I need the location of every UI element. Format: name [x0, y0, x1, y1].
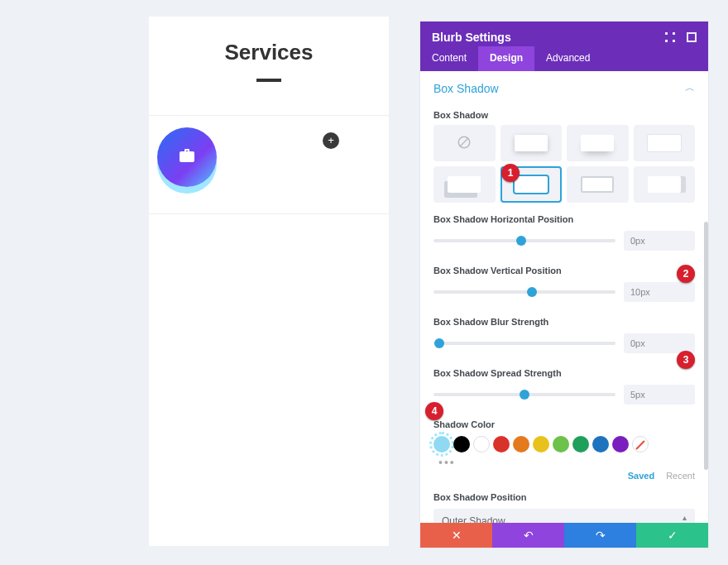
page-title: Services	[149, 40, 389, 65]
panel-title: Blurb Settings	[432, 31, 511, 44]
annotation-badge-4: 4	[425, 402, 443, 420]
spread-slider[interactable]	[433, 393, 615, 396]
undo-icon: ↶	[524, 529, 534, 542]
blur-slider[interactable]	[433, 342, 615, 345]
panel-footer: ✕ ↶ ↷ ✓	[420, 523, 708, 548]
annotation-badge-3: 3	[677, 351, 695, 369]
preset-4[interactable]	[433, 166, 496, 203]
add-module-button[interactable]: +	[323, 132, 339, 149]
panel-header: Blurb Settings Content Design Advanced	[420, 22, 708, 71]
tab-bar: Content Design Advanced	[420, 46, 708, 71]
blurb-icon-circle	[157, 127, 217, 187]
swatch-green[interactable]	[553, 436, 569, 452]
panel-body: Box Shadow ︿ Box Shadow Box Shadow Horiz…	[420, 71, 708, 523]
save-button[interactable]: ✓	[636, 523, 708, 548]
box-shadow-position-select[interactable]: Outer Shadow ▴▾	[433, 509, 695, 523]
h-pos-value[interactable]: 0px	[624, 231, 695, 251]
spread-value[interactable]: 5px	[624, 385, 695, 405]
h-pos-slider[interactable]	[433, 239, 615, 242]
v-pos-label: Box Shadow Vertical Position	[420, 261, 708, 280]
close-icon: ✕	[452, 529, 462, 542]
v-pos-slider[interactable]	[433, 290, 615, 294]
redo-button[interactable]: ↷	[564, 523, 636, 548]
undo-button[interactable]: ↶	[492, 523, 564, 548]
shadow-color-label: Shadow Color	[420, 414, 708, 434]
preset-1[interactable]	[500, 125, 563, 161]
settings-panel: Blurb Settings Content Design Advanced B…	[420, 22, 708, 548]
swatch-red[interactable]	[493, 436, 510, 452]
swatch-white[interactable]	[473, 436, 490, 452]
swatch-blue[interactable]	[592, 436, 609, 452]
preset-7[interactable]	[634, 166, 696, 203]
box-shadow-position-label: Box Shadow Position	[420, 487, 708, 507]
preview-column: Services +	[149, 17, 389, 546]
more-colors-icon[interactable]: •••	[433, 456, 456, 469]
expand-icon[interactable]	[665, 32, 675, 42]
annotation-badge-2: 2	[677, 265, 695, 283]
spread-label: Box Shadow Spread Strength	[420, 363, 708, 383]
preset-6[interactable]	[567, 166, 629, 203]
tab-advanced[interactable]: Advanced	[534, 46, 601, 71]
blurb-module[interactable]: +	[149, 115, 389, 214]
preset-2[interactable]	[567, 125, 629, 161]
tab-content[interactable]: Content	[420, 46, 478, 71]
annotation-badge-1: 1	[501, 164, 520, 182]
chevron-up-icon: ︿	[685, 81, 695, 95]
select-value: Outer Shadow	[442, 515, 505, 523]
swatch-none[interactable]	[632, 436, 649, 452]
palette-recent-tab[interactable]: Recent	[666, 471, 695, 481]
redo-icon: ↷	[596, 529, 606, 542]
briefcase-icon	[180, 149, 194, 165]
box-shadow-presets	[420, 125, 708, 209]
title-underline	[256, 79, 281, 82]
box-shadow-label: Box Shadow	[420, 105, 708, 125]
blur-label: Box Shadow Blur Strength	[420, 312, 708, 332]
section-title: Box Shadow	[433, 82, 499, 95]
tab-design[interactable]: Design	[478, 46, 534, 71]
none-icon	[457, 135, 472, 152]
chevron-updown-icon: ▴▾	[682, 515, 687, 523]
svg-line-1	[460, 137, 469, 146]
section-box-shadow[interactable]: Box Shadow ︿	[420, 71, 708, 105]
cancel-button[interactable]: ✕	[420, 523, 492, 548]
color-swatches	[420, 434, 708, 456]
swatch-purple[interactable]	[612, 436, 629, 452]
swatch-orange[interactable]	[513, 436, 529, 452]
preset-none[interactable]	[433, 125, 496, 161]
swatch-black[interactable]	[453, 436, 470, 452]
preset-3[interactable]	[634, 125, 696, 161]
h-pos-label: Box Shadow Horizontal Position	[420, 209, 708, 229]
palette-saved-tab[interactable]: Saved	[628, 471, 654, 481]
v-pos-value[interactable]: 10px	[624, 282, 695, 302]
swatch-yellow[interactable]	[533, 436, 549, 452]
check-icon: ✓	[668, 529, 678, 542]
swatch-active[interactable]	[433, 436, 450, 452]
swatch-dgreen[interactable]	[572, 436, 589, 452]
panel-toggle-icon[interactable]	[687, 32, 697, 42]
